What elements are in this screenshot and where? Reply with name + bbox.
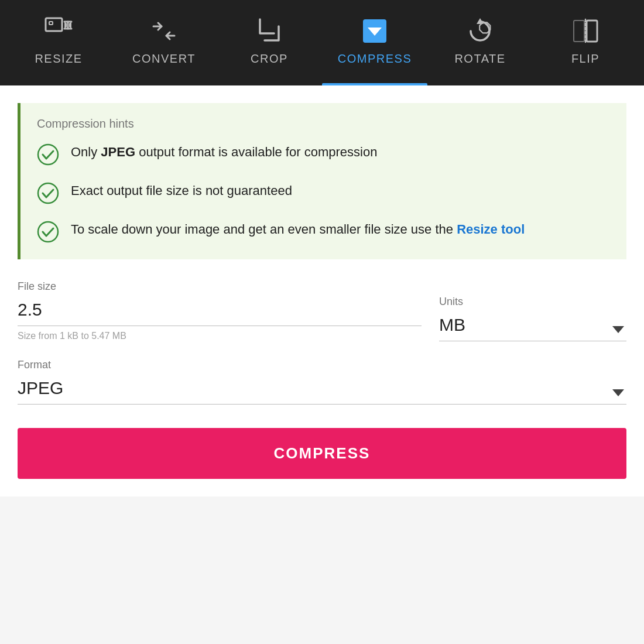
resize-icon [43, 16, 74, 46]
hint-item-3: To scale down your image and get an even… [37, 220, 610, 243]
hints-box: Compression hints Only JPEG output forma… [18, 103, 626, 259]
hint-item-1: Only JPEG output format is available for… [37, 142, 610, 166]
hints-title: Compression hints [37, 117, 610, 131]
crop-label: CROP [251, 52, 288, 66]
file-size-row: File size Size from 1 kB to 5.47 MB Unit… [18, 280, 626, 341]
hint-text-2: Exact output file size is not guaranteed [71, 181, 292, 200]
nav-item-resize[interactable]: RESIZE [6, 0, 111, 85]
format-row: Format JPEG [18, 359, 626, 405]
file-size-label: File size [18, 280, 422, 293]
svg-rect-1 [49, 22, 53, 25]
format-value: JPEG [18, 376, 626, 405]
rotate-label: ROTATE [454, 52, 505, 66]
check-icon-3 [37, 221, 59, 243]
format-group: Format JPEG [18, 359, 626, 405]
format-dropdown-arrow [612, 389, 624, 396]
convert-label: CONVERT [132, 52, 196, 66]
file-size-group: File size Size from 1 kB to 5.47 MB [18, 280, 422, 341]
main-content: Compression hints Only JPEG output forma… [0, 85, 644, 496]
units-dropdown-arrow [612, 326, 624, 333]
hint-text-1: Only JPEG output format is available for… [71, 142, 377, 162]
compress-icon [359, 16, 390, 46]
convert-icon [149, 16, 179, 46]
form-section: File size Size from 1 kB to 5.47 MB Unit… [18, 280, 626, 496]
crop-icon [254, 16, 285, 46]
flip-label: FLIP [571, 52, 600, 66]
svg-rect-0 [46, 18, 62, 31]
compress-label: COMPRESS [338, 52, 412, 66]
units-group: Units MB [439, 296, 626, 341]
units-select-row[interactable]: MB [439, 313, 626, 341]
compress-button[interactable]: COMPRESS [18, 428, 626, 479]
check-icon-2 [37, 182, 59, 204]
nav-item-rotate[interactable]: ROTATE [427, 0, 533, 85]
svg-rect-11 [587, 20, 597, 42]
resize-tool-link[interactable]: Resize tool [457, 222, 525, 237]
svg-marker-6 [69, 22, 71, 29]
nav-item-compress[interactable]: COMPRESS [322, 0, 427, 85]
hint-item-2: Exact output file size is not guaranteed [37, 181, 610, 204]
hint-text-3: To scale down your image and get an even… [71, 220, 525, 239]
format-select-row[interactable]: JPEG [18, 376, 626, 405]
check-icon-1 [37, 143, 59, 166]
nav-item-convert[interactable]: CONVERT [111, 0, 217, 85]
svg-rect-13 [574, 20, 584, 42]
units-value: MB [439, 313, 626, 341]
flip-icon [570, 16, 601, 46]
units-label: Units [439, 296, 626, 308]
format-label: Format [18, 359, 626, 371]
rotate-icon [465, 16, 495, 46]
svg-point-16 [38, 222, 58, 242]
svg-point-14 [38, 145, 58, 165]
file-size-hint: Size from 1 kB to 5.47 MB [18, 331, 422, 341]
nav-item-crop[interactable]: CROP [217, 0, 322, 85]
file-size-input[interactable] [18, 297, 422, 326]
nav-item-flip[interactable]: FLIP [533, 0, 638, 85]
top-nav: RESIZE CONVERT CROP COMPRESS [0, 0, 644, 85]
svg-marker-5 [64, 22, 67, 29]
resize-label: RESIZE [35, 52, 82, 66]
svg-point-15 [38, 183, 58, 203]
